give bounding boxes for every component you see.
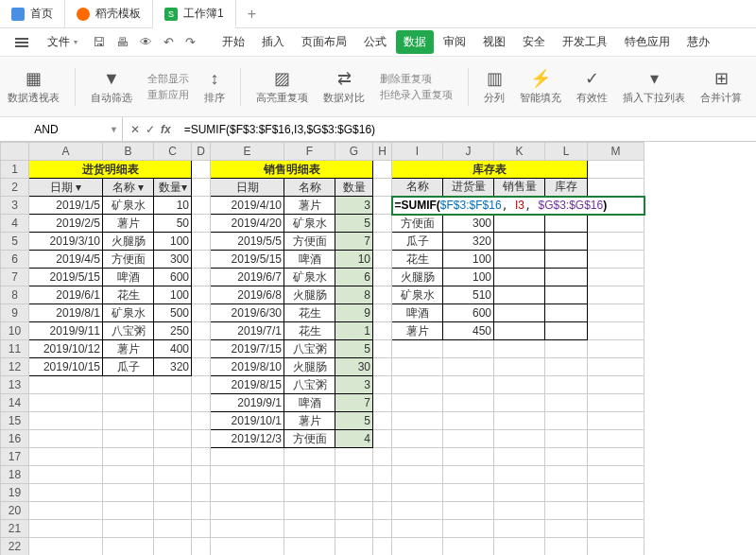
cell-M9[interactable]: [588, 304, 644, 322]
cell-C11[interactable]: 400: [154, 340, 192, 358]
row-header-15[interactable]: 15: [1, 412, 29, 430]
undo-icon[interactable]: ↶: [160, 33, 178, 51]
rtab-view[interactable]: 视图: [475, 30, 513, 54]
row-header-19[interactable]: 19: [1, 484, 29, 502]
cell-F4[interactable]: 矿泉水: [284, 215, 335, 233]
cell-J10[interactable]: 450: [443, 322, 494, 340]
cell-M15[interactable]: [588, 412, 644, 430]
cell-C9[interactable]: 500: [154, 304, 192, 322]
cell-K22[interactable]: [494, 538, 545, 556]
btn-smartfill[interactable]: ⚡智能填充: [520, 68, 561, 105]
tab-workbook[interactable]: S 工作簿1: [153, 0, 236, 28]
cell-G13[interactable]: 3: [335, 376, 373, 394]
cell-E3[interactable]: 2019/4/10: [211, 197, 284, 215]
cell-A6[interactable]: 2019/4/5: [29, 251, 103, 269]
redo-icon[interactable]: ↷: [181, 33, 199, 51]
col-header-B[interactable]: B: [103, 143, 154, 161]
col-header-E[interactable]: E: [211, 143, 284, 161]
cell-M6[interactable]: [588, 251, 644, 269]
row-header-14[interactable]: 14: [1, 394, 29, 412]
cell-H16[interactable]: [373, 430, 392, 448]
cell-I2[interactable]: 名称: [392, 179, 443, 197]
cell-I16[interactable]: [392, 430, 443, 448]
cell-L14[interactable]: [545, 394, 588, 412]
cell-E5[interactable]: 2019/5/5: [211, 233, 284, 251]
cell-E9[interactable]: 2019/6/30: [211, 304, 284, 322]
cell-E11[interactable]: 2019/7/15: [211, 340, 284, 358]
cell-J5[interactable]: 320: [443, 233, 494, 251]
row-header-13[interactable]: 13: [1, 376, 29, 394]
cell-A7[interactable]: 2019/5/15: [29, 269, 103, 286]
chevron-down-icon[interactable]: ▼: [110, 125, 118, 134]
cell-I9[interactable]: 啤酒: [392, 304, 443, 322]
col-header-A[interactable]: A: [29, 143, 103, 161]
cell-D7[interactable]: [192, 269, 211, 286]
cell-B20[interactable]: [103, 502, 154, 520]
cell-H3[interactable]: [373, 197, 392, 215]
cell-L5[interactable]: [545, 233, 588, 251]
cell-C8[interactable]: 100: [154, 286, 192, 304]
cell-D3[interactable]: [192, 197, 211, 215]
cell-K4[interactable]: [494, 215, 545, 233]
row-header-16[interactable]: 16: [1, 430, 29, 448]
row-header-17[interactable]: 17: [1, 448, 29, 466]
formula-input[interactable]: [179, 123, 756, 136]
cell-H2[interactable]: [373, 179, 392, 197]
col-header-J[interactable]: J: [443, 143, 494, 161]
cell-F11[interactable]: 八宝粥: [284, 340, 335, 358]
cell-F9[interactable]: 花生: [284, 304, 335, 322]
btn-reapply[interactable]: 重新应用: [147, 88, 189, 102]
cell-D6[interactable]: [192, 251, 211, 269]
cell-B21[interactable]: [103, 520, 154, 538]
cell-I13[interactable]: [392, 376, 443, 394]
cell-B12[interactable]: 瓜子: [103, 358, 154, 376]
cell-F10[interactable]: 花生: [284, 322, 335, 340]
cell-I22[interactable]: [392, 538, 443, 556]
cell-M10[interactable]: [588, 322, 644, 340]
cell-A18[interactable]: [29, 466, 103, 484]
cell-A8[interactable]: 2019/6/1: [29, 286, 103, 304]
cell-E2[interactable]: 日期: [211, 179, 284, 197]
cell-I4[interactable]: 方便面: [392, 215, 443, 233]
cell-L17[interactable]: [545, 448, 588, 466]
cell-E20[interactable]: [211, 502, 284, 520]
cell-A21[interactable]: [29, 520, 103, 538]
btn-autofilter[interactable]: ▼自动筛选: [91, 68, 132, 105]
cell-J4[interactable]: 300: [443, 215, 494, 233]
cell-C19[interactable]: [154, 484, 192, 502]
cell-B16[interactable]: [103, 430, 154, 448]
cell-J6[interactable]: 100: [443, 251, 494, 269]
cell-C20[interactable]: [154, 502, 192, 520]
cell-M22[interactable]: [588, 538, 644, 556]
cell-K7[interactable]: [494, 269, 545, 286]
cell-J13[interactable]: [443, 376, 494, 394]
row-header-7[interactable]: 7: [1, 269, 29, 286]
cell-M16[interactable]: [588, 430, 644, 448]
cell-E1[interactable]: 销售明细表: [211, 161, 373, 179]
cell-F14[interactable]: 啤酒: [284, 394, 335, 412]
rtab-featured[interactable]: 特色应用: [617, 30, 678, 54]
cell-G6[interactable]: 10: [335, 251, 373, 269]
cell-M20[interactable]: [588, 502, 644, 520]
cell-I14[interactable]: [392, 394, 443, 412]
cell-D5[interactable]: [192, 233, 211, 251]
cell-B18[interactable]: [103, 466, 154, 484]
cell-E19[interactable]: [211, 484, 284, 502]
cell-I17[interactable]: [392, 448, 443, 466]
cell-B7[interactable]: 啤酒: [103, 269, 154, 286]
cell-A11[interactable]: 2019/10/12: [29, 340, 103, 358]
col-header-L[interactable]: L: [545, 143, 588, 161]
col-header-M[interactable]: M: [588, 143, 644, 161]
row-header-9[interactable]: 9: [1, 304, 29, 322]
cell-B11[interactable]: 薯片: [103, 340, 154, 358]
cell-H11[interactable]: [373, 340, 392, 358]
cell-C22[interactable]: [154, 538, 192, 556]
cell-M21[interactable]: [588, 520, 644, 538]
cell-K16[interactable]: [494, 430, 545, 448]
preview-icon[interactable]: 👁: [136, 33, 156, 51]
row-header-22[interactable]: 22: [1, 538, 29, 556]
cell-H12[interactable]: [373, 358, 392, 376]
cell-E10[interactable]: 2019/7/1: [211, 322, 284, 340]
cell-M2[interactable]: [588, 179, 644, 197]
cell-E13[interactable]: 2019/8/15: [211, 376, 284, 394]
